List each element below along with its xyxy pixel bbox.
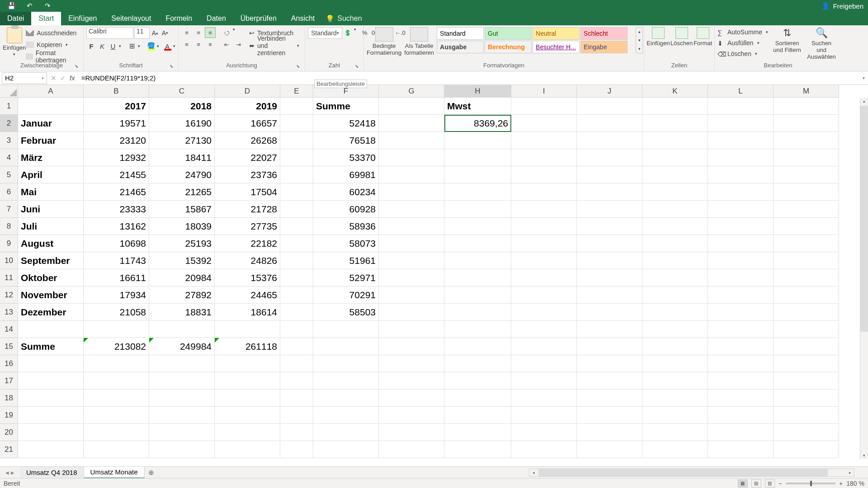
styles-gallery-expand[interactable]: ▴▾▾ — [636, 27, 643, 53]
cell-G15[interactable] — [379, 338, 444, 355]
sheet-nav-last[interactable]: ▸ — [11, 469, 14, 477]
cell-M18[interactable] — [774, 389, 839, 407]
cell-H4[interactable] — [444, 149, 511, 166]
merge-center-button[interactable]: ⬌Verbinden und zentrieren▾ — [246, 40, 302, 52]
cell-C16[interactable] — [149, 355, 215, 372]
cell-B15[interactable]: 213082 — [84, 338, 149, 355]
cell-E18[interactable] — [280, 389, 313, 407]
align-right-button[interactable]: ≡ — [205, 39, 216, 50]
cell-H10[interactable] — [444, 252, 511, 269]
cell-A11[interactable]: Oktober — [18, 269, 84, 286]
cell-C14[interactable] — [149, 321, 215, 338]
cell-D15[interactable]: 261118 — [215, 338, 280, 355]
cancel-formula-button[interactable]: ✕ — [51, 74, 57, 82]
clipboard-dialog-launcher[interactable]: ⬊ — [73, 64, 80, 70]
undo-icon[interactable]: ↶ — [23, 0, 36, 11]
cell-M19[interactable] — [774, 407, 839, 424]
cell-B4[interactable]: 12932 — [84, 149, 149, 166]
cell-L5[interactable] — [708, 166, 774, 183]
cell-J1[interactable] — [577, 98, 642, 115]
expand-formula-bar-button[interactable]: ▾ — [859, 75, 868, 80]
sort-filter-button[interactable]: ⇅Sortieren und Filtern — [772, 27, 802, 53]
cell-C4[interactable]: 18411 — [149, 149, 215, 166]
cell-E16[interactable] — [280, 355, 313, 372]
cell-E4[interactable] — [280, 149, 313, 166]
cell-C9[interactable]: 25193 — [149, 235, 215, 252]
scroll-up-button[interactable]: ▴ — [860, 98, 868, 105]
paste-button[interactable]: Einfügen ▾ — [3, 27, 26, 56]
row-header-19[interactable]: 19 — [0, 407, 18, 424]
align-bottom-button[interactable]: ≡ — [205, 27, 216, 38]
cell-L14[interactable] — [708, 321, 774, 338]
cell-A6[interactable]: Mai — [18, 183, 84, 201]
column-header-G[interactable]: G — [379, 85, 444, 98]
row-header-21[interactable]: 21 — [0, 441, 18, 458]
cell-G21[interactable] — [379, 441, 444, 458]
cell-A12[interactable]: November — [18, 286, 84, 304]
sheet-tab-1[interactable]: Umsatz Monate — [84, 467, 145, 479]
cell-D19[interactable] — [215, 407, 280, 424]
cell-F3[interactable]: 76518 — [313, 132, 379, 149]
cell-E7[interactable] — [280, 201, 313, 218]
cell-A17[interactable] — [18, 372, 84, 389]
cell-L3[interactable] — [708, 132, 774, 149]
cell-H6[interactable] — [444, 183, 511, 201]
cell-M1[interactable] — [774, 98, 839, 115]
cell-M21[interactable] — [774, 441, 839, 458]
cell-J7[interactable] — [577, 201, 642, 218]
cell-B3[interactable]: 23120 — [84, 132, 149, 149]
cell-K17[interactable] — [642, 372, 708, 389]
cell-A15[interactable]: Summe — [18, 338, 84, 355]
cell-G20[interactable] — [379, 424, 444, 441]
cell-L11[interactable] — [708, 269, 774, 286]
cell-L17[interactable] — [708, 372, 774, 389]
page-layout-view-button[interactable]: ▤ — [751, 479, 761, 488]
cell-B19[interactable] — [84, 407, 149, 424]
cell-G9[interactable] — [379, 235, 444, 252]
style-neutral[interactable]: Neutral — [533, 27, 580, 40]
cell-J13[interactable] — [577, 304, 642, 321]
cell-J15[interactable] — [577, 338, 642, 355]
currency-button[interactable]: 💲 — [342, 27, 353, 38]
cell-F15[interactable] — [313, 338, 379, 355]
cell-H2[interactable]: 8369,26 — [444, 115, 511, 132]
cell-E20[interactable] — [280, 424, 313, 441]
cell-C15[interactable]: 249984 — [149, 338, 215, 355]
row-header-13[interactable]: 13 — [0, 304, 18, 321]
cell-M20[interactable] — [774, 424, 839, 441]
cell-C7[interactable]: 15867 — [149, 201, 215, 218]
row-header-18[interactable]: 18 — [0, 389, 18, 407]
cell-K12[interactable] — [642, 286, 708, 304]
cell-B13[interactable]: 21058 — [84, 304, 149, 321]
cell-E8[interactable] — [280, 218, 313, 235]
cell-A4[interactable]: März — [18, 149, 84, 166]
cell-L8[interactable] — [708, 218, 774, 235]
cell-B21[interactable] — [84, 441, 149, 458]
cell-E6[interactable] — [280, 183, 313, 201]
cell-A13[interactable]: Dezember — [18, 304, 84, 321]
cell-F19[interactable] — [313, 407, 379, 424]
column-header-J[interactable]: J — [577, 85, 642, 98]
cell-B12[interactable]: 17934 — [84, 286, 149, 304]
cell-A19[interactable] — [18, 407, 84, 424]
cell-H14[interactable] — [444, 321, 511, 338]
cell-K11[interactable] — [642, 269, 708, 286]
column-header-D[interactable]: D — [215, 85, 280, 98]
cell-H8[interactable] — [444, 218, 511, 235]
cell-L10[interactable] — [708, 252, 774, 269]
cell-D1[interactable]: 2019 — [215, 98, 280, 115]
cell-I11[interactable] — [511, 269, 577, 286]
sheet-nav-first[interactable]: ◂ — [5, 469, 9, 477]
font-color-dropdown[interactable]: ▾ — [173, 44, 178, 48]
cell-B1[interactable]: 2017 — [84, 98, 149, 115]
font-dialog-launcher[interactable]: ⬊ — [168, 64, 175, 70]
cell-C1[interactable]: 2018 — [149, 98, 215, 115]
zoom-slider[interactable] — [786, 483, 835, 484]
cell-I6[interactable] — [511, 183, 577, 201]
cell-C18[interactable] — [149, 389, 215, 407]
cell-F7[interactable]: 60928 — [313, 201, 379, 218]
cell-E2[interactable] — [280, 115, 313, 132]
cell-D12[interactable]: 24465 — [215, 286, 280, 304]
increase-indent-button[interactable]: ⇥ — [233, 39, 244, 50]
cell-F4[interactable]: 53370 — [313, 149, 379, 166]
